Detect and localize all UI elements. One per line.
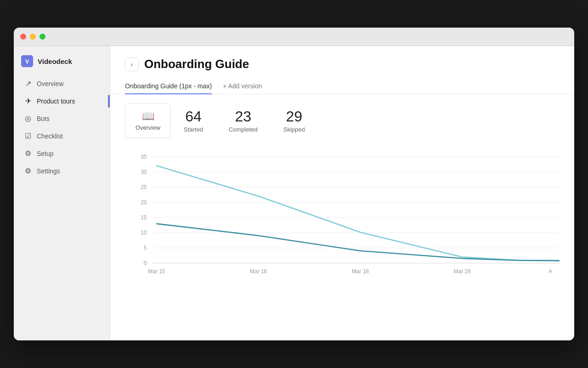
started-label: Started: [184, 126, 203, 133]
main-header: ‹ Onboarding Guide: [110, 46, 574, 71]
back-button[interactable]: ‹: [125, 58, 139, 71]
overview-stat[interactable]: 📖 Overview: [125, 104, 171, 138]
active-indicator: [108, 95, 110, 108]
svg-text:Mar 28: Mar 28: [454, 268, 471, 275]
completed-number: 23: [235, 109, 252, 125]
started-stat: 64 Started: [171, 105, 216, 136]
sidebar-item-setup[interactable]: ⚙ Setup: [17, 145, 107, 162]
chart-svg: 35 30 25 20 15 10 5 0 Mar 15 Mar 16 Mar …: [125, 147, 560, 290]
brand: V Videodeck: [14, 52, 110, 75]
started-line: [157, 166, 560, 260]
product-tours-icon: ✈: [24, 97, 32, 105]
stats-row: 📖 Overview 64 Started 23 Completed 29 Sk…: [110, 94, 574, 147]
skipped-stat: 29 Skipped: [271, 105, 318, 136]
svg-text:A: A: [548, 268, 553, 275]
settings-icon: ⚙: [24, 167, 32, 175]
completed-stat: 23 Completed: [216, 105, 271, 136]
sidebar-item-overview[interactable]: ↗ Overview: [17, 75, 107, 92]
svg-text:Mar 16: Mar 16: [250, 268, 267, 275]
tabs-bar: Onboarding Guide (1px - max) + Add versi…: [110, 71, 574, 94]
overview-label: Overview: [136, 124, 160, 131]
svg-text:Mar 18: Mar 18: [352, 268, 369, 275]
svg-text:5: 5: [144, 245, 147, 251]
main-content: ‹ Onboarding Guide Onboarding Guide (1px…: [110, 46, 574, 340]
completed-line: [157, 224, 560, 261]
book-icon: 📖: [142, 110, 154, 122]
brand-name: Videodeck: [38, 58, 72, 65]
svg-text:20: 20: [141, 199, 147, 206]
started-number: 64: [185, 109, 202, 125]
svg-text:10: 10: [141, 230, 147, 236]
tab-add-version[interactable]: + Add version: [223, 79, 262, 94]
checklist-icon: ☑: [24, 132, 32, 140]
chart-container: 35 30 25 20 15 10 5 0 Mar 15 Mar 16 Mar …: [110, 147, 574, 299]
sidebar-item-label: Overview: [37, 80, 63, 87]
skipped-number: 29: [286, 109, 302, 125]
sidebar-item-bots[interactable]: ◎ Bots: [17, 110, 107, 127]
titlebar: [14, 28, 574, 46]
app-body: V Videodeck ↗ Overview ✈ Product tours ◎…: [14, 46, 574, 340]
sidebar-item-label: Setup: [37, 150, 54, 157]
setup-icon: ⚙: [24, 149, 32, 158]
overview-icon: ↗: [24, 79, 32, 88]
sidebar-item-label: Settings: [37, 167, 60, 175]
sidebar-item-label: Product tours: [37, 98, 75, 105]
sidebar-item-product-tours[interactable]: ✈ Product tours: [17, 92, 107, 109]
svg-text:30: 30: [141, 169, 147, 175]
sidebar-item-label: Bots: [37, 115, 50, 122]
brand-avatar: V: [21, 55, 33, 67]
bots-icon: ◎: [24, 114, 32, 123]
page-title: Onboarding Guide: [144, 57, 249, 71]
chart-area: 35 30 25 20 15 10 5 0 Mar 15 Mar 16 Mar …: [125, 147, 560, 290]
maximize-button[interactable]: [40, 34, 45, 40]
tab-version1[interactable]: Onboarding Guide (1px - max): [125, 79, 212, 94]
svg-text:25: 25: [141, 184, 147, 190]
svg-text:35: 35: [141, 154, 147, 160]
skipped-label: Skipped: [283, 126, 305, 133]
completed-label: Completed: [229, 126, 258, 133]
sidebar-item-label: Checklist: [37, 132, 63, 140]
sidebar-item-settings[interactable]: ⚙ Settings: [17, 162, 107, 179]
sidebar: V Videodeck ↗ Overview ✈ Product tours ◎…: [14, 46, 110, 340]
sidebar-item-checklist[interactable]: ☑ Checklist: [17, 127, 107, 144]
svg-text:15: 15: [141, 214, 147, 221]
minimize-button[interactable]: [30, 34, 36, 40]
app-window: V Videodeck ↗ Overview ✈ Product tours ◎…: [14, 28, 574, 340]
svg-text:0: 0: [144, 260, 147, 266]
svg-text:Mar 15: Mar 15: [148, 268, 165, 275]
close-button[interactable]: [20, 34, 26, 40]
